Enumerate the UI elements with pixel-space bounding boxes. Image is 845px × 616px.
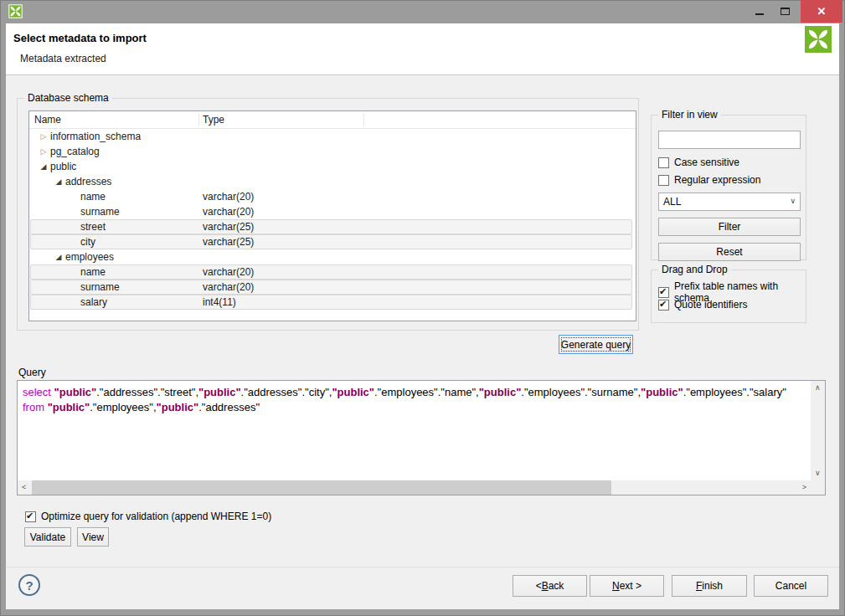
tree-cell-name: salary [80, 296, 107, 308]
tree-row-name[interactable]: namevarchar(20) [29, 189, 636, 204]
next-button[interactable]: Next > [590, 575, 664, 597]
help-icon: ? [25, 578, 33, 593]
tree-row-surname[interactable]: surnamevarchar(20) [29, 204, 636, 219]
back-button[interactable]: < Back [513, 575, 587, 597]
tree-cell-name: street [80, 221, 106, 233]
case-sensitive-row[interactable]: Case sensitive [658, 157, 739, 168]
horizontal-scrollbar[interactable]: < > [18, 480, 811, 495]
optimize-query-checkbox[interactable] [25, 511, 36, 522]
validate-button[interactable]: Validate [24, 527, 71, 547]
quote-identifiers-row[interactable]: Quote identifiers [658, 299, 747, 311]
scroll-right-icon[interactable]: > [802, 484, 806, 491]
tree-row-pg_catalog[interactable]: ▷pg_catalog [29, 144, 636, 159]
tree-column-headers[interactable]: Name Type [29, 111, 636, 129]
scroll-up-icon[interactable]: ∧ [815, 384, 821, 392]
regular-expression-checkbox[interactable] [658, 175, 669, 186]
help-button[interactable]: ? [18, 574, 40, 596]
filter-button[interactable]: Filter [658, 218, 801, 236]
tree-row-city[interactable]: cityvarchar(25) [29, 234, 636, 249]
clover-app-icon [8, 4, 23, 18]
finish-label-post: inish [702, 580, 723, 592]
tree-cell-name: information_schema [50, 131, 141, 142]
filter-group: Filter in view Case sensitive Regular ex… [651, 115, 806, 260]
tree-row-public[interactable]: ◢public [29, 159, 636, 174]
footer-separator [6, 567, 839, 567]
cancel-button[interactable]: Cancel [754, 575, 828, 597]
expand-icon[interactable]: ▷ [39, 131, 49, 141]
tree-cell-type: varchar(20) [203, 191, 254, 203]
collapse-icon[interactable]: ◢ [39, 162, 49, 172]
close-button[interactable]: ✕ [801, 0, 842, 23]
drag-and-drop-group: Drag and Drop Prefix table names with sc… [651, 270, 806, 323]
tree-cell-name: public [50, 161, 76, 172]
expand-icon[interactable]: ▷ [39, 146, 49, 157]
page-title: Select metadata to import [13, 32, 147, 44]
column-separator[interactable] [198, 113, 199, 126]
tree-cell-type: varchar(20) [203, 266, 254, 278]
scrollbar-corner [811, 480, 825, 495]
regular-expression-label: Regular expression [674, 174, 760, 186]
tree-row-street[interactable]: streetvarchar(25) [29, 219, 636, 234]
tree-rows: ▷information_schema▷pg_catalog◢public◢ad… [29, 129, 636, 310]
prefix-table-names-checkbox[interactable] [658, 287, 669, 298]
scroll-down-icon[interactable]: ∨ [815, 470, 821, 477]
quote-identifiers-label: Quote identifiers [674, 299, 747, 311]
minimize-icon [755, 13, 764, 15]
tree-cell-type: varchar(25) [203, 221, 254, 233]
column-header-type[interactable]: Type [203, 114, 224, 126]
optimize-query-row[interactable]: Optimize query for validation (append WH… [25, 511, 271, 522]
tree-cell-name: addresses [65, 176, 111, 187]
tree-cell-name: employees [65, 251, 114, 263]
tree-cell-name: pg_catalog [50, 146, 100, 157]
tree-cell-type: varchar(20) [203, 281, 254, 293]
close-icon: ✕ [817, 6, 827, 17]
tree-cell-name: surname [80, 281, 120, 293]
query-line: from "public"."employees","public"."addr… [23, 400, 811, 415]
generate-query-button[interactable]: Generate query [559, 335, 633, 354]
filter-input[interactable] [658, 131, 801, 149]
column-separator[interactable] [363, 113, 364, 126]
column-header-name[interactable]: Name [34, 114, 61, 126]
tree-cell-name: city [80, 236, 95, 248]
filter-legend: Filter in view [658, 109, 721, 121]
database-schema-group: Database schema Name Type ▷information_s… [17, 98, 639, 331]
collapse-icon[interactable]: ◢ [54, 177, 64, 187]
tree-cell-type: varchar(20) [203, 206, 254, 218]
finish-label-mnemonic: F [696, 580, 702, 592]
page-subtitle: Metadata extracted [20, 53, 106, 64]
tree-row-employees[interactable]: ◢employees [29, 249, 636, 264]
scroll-left-icon[interactable]: < [22, 484, 26, 491]
query-label: Query [18, 367, 46, 378]
collapse-icon[interactable]: ◢ [54, 252, 64, 262]
tree-row-name[interactable]: namevarchar(20) [29, 264, 636, 280]
title-bar[interactable]: ✕ [0, 0, 845, 23]
back-label-post: ack [549, 580, 564, 592]
finish-button[interactable]: Finish [672, 575, 747, 597]
case-sensitive-checkbox[interactable] [658, 157, 669, 168]
filter-scope-select[interactable]: ALL ∨ [658, 192, 801, 211]
back-label-mnemonic: B [542, 580, 549, 592]
scrollbar-thumb[interactable] [32, 480, 611, 495]
database-schema-legend: Database schema [24, 92, 112, 104]
tree-row-surname[interactable]: surnamevarchar(20) [29, 280, 636, 295]
vertical-scrollbar[interactable]: ∧ ∨ [811, 381, 825, 480]
minimize-button[interactable] [747, 0, 772, 23]
tree-row-information_schema[interactable]: ▷information_schema [29, 129, 636, 144]
back-label-pre: < [536, 580, 542, 592]
regular-expression-row[interactable]: Regular expression [658, 174, 760, 186]
query-editor[interactable]: select "public"."addresses"."street","pu… [17, 380, 826, 495]
case-sensitive-label: Case sensitive [674, 157, 739, 168]
tree-cell-name: name [80, 266, 106, 278]
clover-logo-icon [805, 26, 832, 53]
reset-button[interactable]: Reset [658, 243, 801, 261]
query-text[interactable]: select "public"."addresses"."street","pu… [18, 381, 811, 480]
application-window: ✕ Select metadata to import Metadata ext… [0, 0, 845, 616]
optimize-query-label: Optimize query for validation (append WH… [41, 511, 271, 522]
wizard-dialog: Select metadata to import Metadata extra… [6, 23, 839, 609]
schema-tree[interactable]: Name Type ▷information_schema▷pg_catalog… [28, 110, 636, 321]
tree-row-salary[interactable]: salaryint4(11) [29, 295, 636, 310]
maximize-button[interactable] [772, 0, 797, 23]
view-button[interactable]: View [77, 527, 109, 547]
quote-identifiers-checkbox[interactable] [658, 300, 669, 311]
tree-row-addresses[interactable]: ◢addresses [29, 174, 636, 189]
